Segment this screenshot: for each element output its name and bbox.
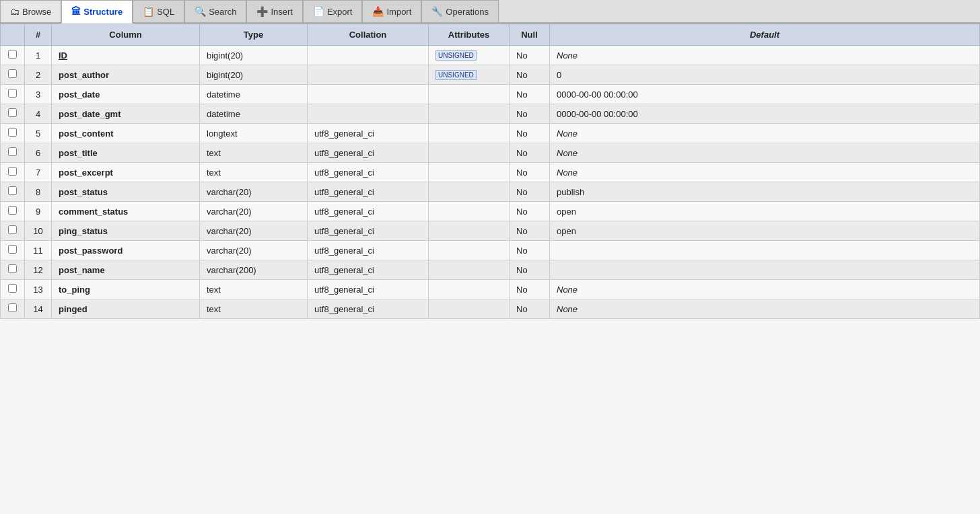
- row-checkbox[interactable]: [8, 128, 17, 137]
- tab-browse-label: Browse: [22, 7, 51, 17]
- table-row: 11post_passwordvarchar(20)utf8_general_c…: [1, 241, 980, 260]
- row-column-name: to_ping: [52, 280, 200, 299]
- row-checkbox-cell: [1, 85, 25, 104]
- row-checkbox-cell: [1, 241, 25, 260]
- table-row: 5post_contentlongtextutf8_general_ciNoNo…: [1, 124, 980, 143]
- row-attributes: [429, 299, 510, 319]
- column-link[interactable]: ID: [59, 50, 67, 61]
- row-num: 13: [25, 280, 52, 299]
- table-row: 8post_statusvarchar(20)utf8_general_ciNo…: [1, 182, 980, 202]
- row-checkbox[interactable]: [8, 225, 17, 234]
- row-checkbox-cell: [1, 182, 25, 202]
- table-row: 10ping_statusvarchar(20)utf8_general_ciN…: [1, 221, 980, 241]
- row-type: bigint(20): [200, 65, 308, 85]
- header-column: Column: [52, 24, 200, 46]
- row-checkbox[interactable]: [8, 284, 17, 293]
- row-num: 4: [25, 104, 52, 124]
- row-collation: utf8_general_ci: [308, 202, 429, 221]
- row-type: datetime: [200, 85, 308, 104]
- structure-table-container: # Column Type Collation Attributes Null …: [0, 24, 980, 319]
- row-checkbox[interactable]: [8, 108, 17, 117]
- row-attributes: [429, 221, 510, 241]
- row-collation: [308, 46, 429, 65]
- row-checkbox-cell: [1, 221, 25, 241]
- row-null: No: [510, 143, 550, 163]
- row-attributes: [429, 260, 510, 280]
- row-attributes: [429, 143, 510, 163]
- row-attributes: [429, 241, 510, 260]
- table-row: 2post_authorbigint(20)UNSIGNEDNo0: [1, 65, 980, 85]
- table-row: 7post_excerpttextutf8_general_ciNoNone: [1, 163, 980, 182]
- row-checkbox[interactable]: [8, 69, 17, 78]
- structure-icon: 🏛: [71, 6, 81, 17]
- row-column-name: ID: [52, 46, 200, 65]
- row-null: No: [510, 299, 550, 319]
- row-column-name: ping_status: [52, 221, 200, 241]
- header-collation: Collation: [308, 24, 429, 46]
- row-num: 1: [25, 46, 52, 65]
- row-collation: utf8_general_ci: [308, 299, 429, 319]
- row-checkbox[interactable]: [8, 50, 17, 59]
- row-default: None: [550, 46, 980, 65]
- tab-operations-label: Operations: [446, 7, 489, 17]
- export-icon: 📄: [313, 6, 324, 17]
- row-checkbox[interactable]: [8, 264, 17, 273]
- row-type: varchar(20): [200, 202, 308, 221]
- table-row: 13to_pingtextutf8_general_ciNoNone: [1, 280, 980, 299]
- row-checkbox[interactable]: [8, 89, 17, 98]
- sql-icon: 📋: [143, 6, 154, 17]
- row-collation: utf8_general_ci: [308, 163, 429, 182]
- row-type: varchar(20): [200, 182, 308, 202]
- row-checkbox[interactable]: [8, 206, 17, 215]
- tab-insert[interactable]: ➕ Insert: [246, 0, 303, 22]
- row-num: 8: [25, 182, 52, 202]
- row-checkbox-cell: [1, 46, 25, 65]
- tab-sql[interactable]: 📋 SQL: [133, 0, 184, 22]
- row-type: text: [200, 299, 308, 319]
- table-row: 9comment_statusvarchar(20)utf8_general_c…: [1, 202, 980, 221]
- row-num: 7: [25, 163, 52, 182]
- row-default: None: [550, 280, 980, 299]
- header-attributes: Attributes: [429, 24, 510, 46]
- row-checkbox[interactable]: [8, 245, 17, 254]
- row-default: 0000-00-00 00:00:00: [550, 104, 980, 124]
- header-type: Type: [200, 24, 308, 46]
- row-default: 0000-00-00 00:00:00: [550, 85, 980, 104]
- row-default: 0: [550, 65, 980, 85]
- row-default: [550, 260, 980, 280]
- structure-table: # Column Type Collation Attributes Null …: [0, 24, 980, 319]
- tab-structure[interactable]: 🏛 Structure: [61, 0, 133, 24]
- row-column-name: post_excerpt: [52, 163, 200, 182]
- operations-icon: 🔧: [431, 6, 443, 17]
- row-checkbox[interactable]: [8, 167, 17, 176]
- row-default: None: [550, 299, 980, 319]
- row-checkbox[interactable]: [8, 303, 17, 312]
- row-type: text: [200, 163, 308, 182]
- row-attributes: [429, 280, 510, 299]
- row-checkbox[interactable]: [8, 186, 17, 195]
- row-column-name: post_author: [52, 65, 200, 85]
- row-collation: [308, 65, 429, 85]
- row-attributes: [429, 163, 510, 182]
- tab-export-label: Export: [327, 7, 353, 17]
- row-column-name: post_content: [52, 124, 200, 143]
- row-null: No: [510, 280, 550, 299]
- row-collation: utf8_general_ci: [308, 221, 429, 241]
- row-checkbox-cell: [1, 260, 25, 280]
- tab-operations[interactable]: 🔧 Operations: [421, 0, 499, 22]
- row-checkbox-cell: [1, 124, 25, 143]
- tab-export[interactable]: 📄 Export: [303, 0, 363, 22]
- row-checkbox-cell: [1, 163, 25, 182]
- row-default: None: [550, 124, 980, 143]
- row-collation: utf8_general_ci: [308, 124, 429, 143]
- row-num: 2: [25, 65, 52, 85]
- row-checkbox-cell: [1, 202, 25, 221]
- tab-import[interactable]: 📥 Import: [362, 0, 421, 22]
- tab-browse[interactable]: 🗂 Browse: [0, 0, 61, 22]
- row-checkbox-cell: [1, 299, 25, 319]
- table-header-row: # Column Type Collation Attributes Null …: [1, 24, 980, 46]
- row-type: varchar(20): [200, 241, 308, 260]
- row-checkbox[interactable]: [8, 147, 17, 156]
- row-null: No: [510, 241, 550, 260]
- tab-search[interactable]: 🔍 Search: [184, 0, 246, 22]
